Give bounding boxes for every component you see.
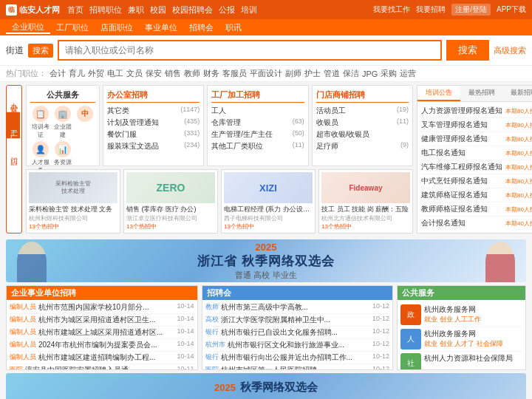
tab-news[interactable]: 职讯 [219,22,248,33]
hot-job-6[interactable]: 销售 [165,68,181,79]
training-btn-0[interactable]: 本期80人报名 [505,107,532,115]
job-card-company-1: 浙江卓立医疗科技有限公司 [126,214,215,222]
job-card-0[interactable]: 采料检验主管技术处理 采料检验主管 技术处理 文务 杭州利煜科技有限公司 13个… [26,169,120,233]
public-item-0[interactable]: 政 杭州政务服务网 就业 创业 人工工作 [400,303,522,327]
hot-job-15[interactable]: JPG [362,69,378,78]
enterprise-item-3[interactable]: 编制人员 2024年市杭州市编制为提案委员会... 10-14 [10,339,194,352]
left-sidebar: 办公室 工厂 门店 [6,85,22,233]
hot-job-2[interactable]: 外贸 [88,68,104,79]
training-item-7[interactable]: 教师师格证报名通知 本期80人报名 [421,202,532,216]
hot-job-14[interactable]: 保洁 [343,68,359,79]
list-item[interactable]: 足疗师 (9) [316,140,409,152]
campus-item-1[interactable]: 高校 浙江大学医学院附属精神卫生中... 10-12 [205,314,390,327]
public-item-2[interactable]: 社 杭州人力资源和社会保障局 [400,352,522,370]
list-item[interactable]: 其他工厂类职位 (11) [211,140,304,152]
find-work-link[interactable]: 我要找工作 [373,4,410,15]
training-item-5[interactable]: 中式烹饪师报名通知 本期80人报名 [421,174,532,188]
training-btn-1[interactable]: 本期80人报名 [505,121,532,129]
job-card-3[interactable]: Fideaway 技工 员工 技能 岗 薪酬：五险 杭州北方通信技术有限公司 1… [318,169,413,233]
sidebar-item-office[interactable]: 办公室 [7,86,20,112]
hot-job-3[interactable]: 电工 [107,68,123,79]
login-link[interactable]: 注册/登陆 [451,4,491,16]
list-item[interactable]: 计划及管理通知 (435) [107,117,200,129]
training-item-0[interactable]: 人力资源管理师报名通知 本期80人报名 [421,104,532,118]
sidebar-item-store[interactable]: 门店 [7,139,20,166]
training-item-2[interactable]: 健康管理师报名通知 本期80人报名 [421,132,532,146]
training-btn-6[interactable]: 本期80人报名 [505,191,532,200]
campus-item-2[interactable]: 银行 杭州市银行已自设出文化服务招聘... 10-12 [205,327,390,339]
enterprise-item-5[interactable]: 医院 淳安县中国医院安置招聘入员通... 10-11 [10,364,194,370]
nav-training[interactable]: 培训 [241,4,257,16]
hire-link[interactable]: 我要招聘 [416,4,446,15]
adv-search-link[interactable]: 高级搜索 [494,45,526,56]
nav-parttime[interactable]: 兼职 [128,4,144,16]
hot-job-8[interactable]: 财务 [203,68,219,79]
tab-hot-recruit[interactable]: 最热招聘 [460,86,503,101]
campus-item-0[interactable]: 教师 杭州市第三高级中学高教... 10-12 [205,301,390,314]
enterprise-item-1[interactable]: 编制人员 杭州市为城区采用招道通村区卫生... 10-14 [10,314,194,327]
campus-item-4[interactable]: 银行 杭州市银行向出公服并近出办招聘工作... 10-12 [205,352,390,364]
list-item[interactable]: 其它类 (1147) [107,105,200,117]
tab-new-recruit[interactable]: 最新招聘 [502,86,532,101]
hot-job-1[interactable]: 育儿 [69,68,85,79]
tab-fair[interactable]: 招聘会 [183,22,219,33]
hot-job-13[interactable]: 管道 [324,68,340,79]
service-training[interactable]: 📋 培训考证 [30,106,50,139]
hot-job-10[interactable]: 平面设计 [250,68,282,79]
tab-store[interactable]: 店面职位 [95,22,139,33]
training-btn-3[interactable]: 本期80人报名 [505,149,532,157]
service-team[interactable]: 🏢 企业团建 [52,106,72,139]
search-button[interactable]: 搜索 [446,40,489,61]
hot-job-17[interactable]: 运营 [400,68,416,79]
enterprise-item-0[interactable]: 编制人员 杭州市范围内国家学校10月部分... 10-14 [10,301,194,314]
team-label: 企业团建 [52,123,72,139]
search-input[interactable] [58,40,442,61]
list-item[interactable]: 服装珠宝文选品 (234) [107,140,200,152]
campus-item-5[interactable]: 医院 杭州市城区第一人民医院招聘... 10-12 [205,364,390,370]
training-btn-8[interactable]: 本期40人报名 [505,219,532,228]
hot-job-11[interactable]: 副师 [285,68,301,79]
list-item[interactable]: 活动员工 (19) [316,105,409,117]
hot-job-0[interactable]: 会计 [50,68,66,79]
location-btn[interactable]: 搜索 [28,44,53,58]
tab-training-notice[interactable]: 培训公告 [417,86,460,101]
nav-home[interactable]: 首页 [67,4,83,16]
hot-job-16[interactable]: 采购 [381,68,397,79]
hot-job-7[interactable]: 教师 [184,68,200,79]
training-item-6[interactable]: 建筑师格证报名通知 本期80人报名 [421,188,532,202]
training-item-4[interactable]: 汽车维修工程师报名通知 本期80人报名 [421,160,532,174]
job-card-1[interactable]: ZERO 销售 (零库存 医疗 办公) 浙江卓立医疗科技有限公司 13个热招中 [123,169,218,233]
hot-job-12[interactable]: 护士 [304,68,321,79]
campus-item-3[interactable]: 杭州市 杭州市银行区文化和旅行旅游事业... 10-12 [205,339,390,352]
list-item[interactable]: 生产管理/生产主任 (50) [211,129,304,140]
training-item-3[interactable]: 电工报名通知 本期80人报名 [421,146,532,160]
training-btn-2[interactable]: 本期80人报名 [505,135,532,143]
job-card-2[interactable]: XIZI 电梯工程经理 (系力 办公设备经) 西子电梯科技有限公司 13个热招中 [221,169,316,233]
tab-factory[interactable]: 工厂职位 [50,22,95,33]
enterprise-item-4[interactable]: 编制人员 杭州市建城区建道招聘编制办工程... 10-14 [10,352,194,364]
public-item-1[interactable]: 人 杭州政务服务网 就业 创业 人才了 社会保障 [400,327,522,352]
training-btn-5[interactable]: 本期80人报名 [505,177,532,185]
service-mid[interactable]: 中 [75,106,95,139]
hot-job-9[interactable]: 客服员 [222,68,247,79]
tab-enterprise[interactable]: 企业职位 [6,21,50,34]
enterprise-item-2[interactable]: 编制人员 杭州市建城区上城区采用招道通村区... 10-14 [10,327,194,339]
nav-campus[interactable]: 校园 [150,4,166,16]
list-item[interactable]: 收银员 (11) [316,117,409,129]
nav-notice[interactable]: 公报 [219,4,235,16]
list-item[interactable]: 超市收银/收银员 [316,129,409,140]
training-item-1[interactable]: 叉车管理师报名通知 本期80人报名 [421,118,532,132]
list-item[interactable]: 工人 [211,105,304,117]
training-btn-4[interactable]: 本期80人报名 [505,163,532,171]
nav-campus-fair[interactable]: 校园招聘会 [172,4,213,16]
sidebar-item-factory[interactable]: 工厂 [7,112,20,139]
app-link[interactable]: APP下载 [497,4,526,15]
training-btn-7[interactable]: 本期80人报名 [505,205,532,214]
hot-job-4[interactable]: 文员 [126,68,143,79]
hot-job-5[interactable]: 保安 [146,68,162,79]
list-item[interactable]: 餐饮门服 (331) [107,129,200,140]
list-item[interactable]: 仓库管理 (63) [211,117,304,129]
nav-recruit[interactable]: 招聘职位 [89,4,122,16]
training-item-8[interactable]: 会计报名通知 本期40人报名 [421,216,532,230]
tab-institution[interactable]: 事业单位 [139,22,183,33]
